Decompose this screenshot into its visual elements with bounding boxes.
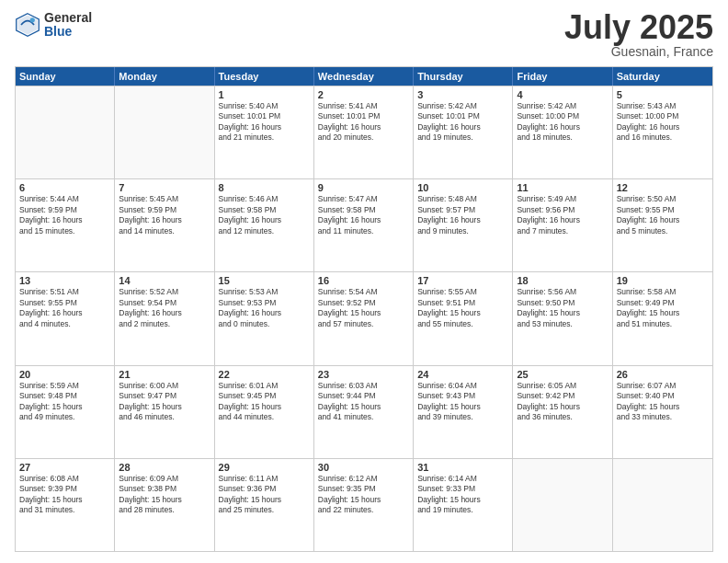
- header-day-saturday: Saturday: [613, 67, 712, 86]
- day-info: Sunrise: 6:01 AMSunset: 9:45 PMDaylight:…: [219, 381, 310, 423]
- day-number: 9: [318, 182, 409, 193]
- title-block: July 2025 Guesnain, France: [564, 11, 713, 59]
- header-day-wednesday: Wednesday: [314, 67, 414, 86]
- header: General Blue July 2025 Guesnain, France: [15, 11, 713, 59]
- calendar-day-empty: [613, 459, 712, 551]
- header-day-sunday: Sunday: [16, 67, 115, 86]
- day-number: 8: [219, 182, 310, 193]
- day-number: 23: [318, 369, 409, 380]
- calendar: SundayMondayTuesdayWednesdayThursdayFrid…: [15, 66, 713, 552]
- day-info: Sunrise: 6:11 AMSunset: 9:36 PMDaylight:…: [219, 474, 310, 516]
- svg-point-2: [30, 18, 35, 23]
- calendar-day-5: 5Sunrise: 5:43 AMSunset: 10:00 PMDayligh…: [613, 86, 712, 178]
- calendar-row-3: 13Sunrise: 5:51 AMSunset: 9:55 PMDayligh…: [16, 271, 712, 364]
- calendar-day-27: 27Sunrise: 6:08 AMSunset: 9:39 PMDayligh…: [16, 459, 115, 551]
- logo-blue-text: Blue: [44, 25, 92, 39]
- calendar-day-7: 7Sunrise: 5:45 AMSunset: 9:59 PMDaylight…: [115, 179, 214, 271]
- calendar-day-12: 12Sunrise: 5:50 AMSunset: 9:55 PMDayligh…: [613, 179, 712, 271]
- day-number: 4: [517, 89, 608, 100]
- calendar-day-empty: [115, 86, 214, 178]
- day-number: 16: [318, 275, 409, 286]
- calendar-day-11: 11Sunrise: 5:49 AMSunset: 9:56 PMDayligh…: [513, 179, 612, 271]
- day-info: Sunrise: 5:48 AMSunset: 9:57 PMDaylight:…: [417, 194, 508, 236]
- day-number: 1: [219, 89, 310, 100]
- day-info: Sunrise: 5:50 AMSunset: 9:55 PMDaylight:…: [617, 194, 709, 236]
- day-number: 28: [119, 462, 210, 473]
- day-info: Sunrise: 6:09 AMSunset: 9:38 PMDaylight:…: [119, 474, 210, 516]
- day-info: Sunrise: 5:41 AMSunset: 10:01 PMDaylight…: [318, 101, 409, 144]
- calendar-day-2: 2Sunrise: 5:41 AMSunset: 10:01 PMDayligh…: [314, 86, 414, 178]
- day-number: 5: [617, 89, 709, 100]
- day-number: 27: [19, 462, 110, 473]
- title-month: July 2025: [564, 11, 713, 44]
- day-info: Sunrise: 6:07 AMSunset: 9:40 PMDaylight:…: [617, 381, 709, 423]
- day-info: Sunrise: 5:45 AMSunset: 9:59 PMDaylight:…: [119, 194, 210, 236]
- calendar-header: SundayMondayTuesdayWednesdayThursdayFrid…: [16, 67, 712, 86]
- day-info: Sunrise: 5:58 AMSunset: 9:49 PMDaylight:…: [617, 287, 709, 329]
- calendar-day-25: 25Sunrise: 6:05 AMSunset: 9:42 PMDayligh…: [513, 366, 612, 458]
- day-info: Sunrise: 5:53 AMSunset: 9:53 PMDaylight:…: [219, 287, 310, 329]
- calendar-day-20: 20Sunrise: 5:59 AMSunset: 9:48 PMDayligh…: [16, 366, 115, 458]
- calendar-day-21: 21Sunrise: 6:00 AMSunset: 9:47 PMDayligh…: [115, 366, 214, 458]
- day-number: 13: [19, 275, 110, 286]
- calendar-row-5: 27Sunrise: 6:08 AMSunset: 9:39 PMDayligh…: [16, 458, 712, 551]
- day-number: 31: [417, 462, 508, 473]
- header-day-monday: Monday: [115, 67, 214, 86]
- day-info: Sunrise: 5:51 AMSunset: 9:55 PMDaylight:…: [19, 287, 110, 329]
- logo-general-text: General: [44, 11, 92, 25]
- calendar-day-17: 17Sunrise: 5:55 AMSunset: 9:51 PMDayligh…: [414, 272, 513, 364]
- day-info: Sunrise: 5:43 AMSunset: 10:00 PMDaylight…: [617, 101, 709, 144]
- calendar-day-31: 31Sunrise: 6:14 AMSunset: 9:33 PMDayligh…: [414, 459, 513, 551]
- day-number: 15: [219, 275, 310, 286]
- day-info: Sunrise: 5:49 AMSunset: 9:56 PMDaylight:…: [517, 194, 608, 236]
- calendar-day-19: 19Sunrise: 5:58 AMSunset: 9:49 PMDayligh…: [613, 272, 712, 364]
- calendar-day-13: 13Sunrise: 5:51 AMSunset: 9:55 PMDayligh…: [16, 272, 115, 364]
- day-info: Sunrise: 5:54 AMSunset: 9:52 PMDaylight:…: [318, 287, 409, 329]
- calendar-day-empty: [513, 459, 612, 551]
- calendar-day-1: 1Sunrise: 5:40 AMSunset: 10:01 PMDayligh…: [215, 86, 314, 178]
- header-day-thursday: Thursday: [414, 67, 513, 86]
- calendar-day-23: 23Sunrise: 6:03 AMSunset: 9:44 PMDayligh…: [314, 366, 414, 458]
- day-info: Sunrise: 6:00 AMSunset: 9:47 PMDaylight:…: [119, 381, 210, 423]
- day-number: 12: [617, 182, 709, 193]
- day-number: 19: [617, 275, 709, 286]
- day-info: Sunrise: 5:42 AMSunset: 10:01 PMDaylight…: [417, 101, 508, 144]
- day-info: Sunrise: 5:47 AMSunset: 9:58 PMDaylight:…: [318, 194, 409, 236]
- calendar-day-10: 10Sunrise: 5:48 AMSunset: 9:57 PMDayligh…: [414, 179, 513, 271]
- day-info: Sunrise: 5:46 AMSunset: 9:58 PMDaylight:…: [219, 194, 310, 236]
- day-number: 3: [417, 89, 508, 100]
- calendar-day-16: 16Sunrise: 5:54 AMSunset: 9:52 PMDayligh…: [314, 272, 414, 364]
- calendar-row-4: 20Sunrise: 5:59 AMSunset: 9:48 PMDayligh…: [16, 365, 712, 458]
- day-info: Sunrise: 6:14 AMSunset: 9:33 PMDaylight:…: [417, 474, 508, 516]
- day-number: 11: [517, 182, 608, 193]
- logo: General Blue: [15, 11, 92, 40]
- calendar-day-14: 14Sunrise: 5:52 AMSunset: 9:54 PMDayligh…: [115, 272, 214, 364]
- calendar-day-22: 22Sunrise: 6:01 AMSunset: 9:45 PMDayligh…: [215, 366, 314, 458]
- day-number: 17: [417, 275, 508, 286]
- day-info: Sunrise: 6:03 AMSunset: 9:44 PMDaylight:…: [318, 381, 409, 423]
- day-info: Sunrise: 5:55 AMSunset: 9:51 PMDaylight:…: [417, 287, 508, 329]
- day-info: Sunrise: 5:40 AMSunset: 10:01 PMDaylight…: [219, 101, 310, 144]
- calendar-day-29: 29Sunrise: 6:11 AMSunset: 9:36 PMDayligh…: [215, 459, 314, 551]
- day-number: 14: [119, 275, 210, 286]
- day-number: 10: [417, 182, 508, 193]
- day-number: 24: [417, 369, 508, 380]
- title-location: Guesnain, France: [564, 44, 713, 59]
- day-info: Sunrise: 5:44 AMSunset: 9:59 PMDaylight:…: [19, 194, 110, 236]
- logo-text: General Blue: [44, 11, 92, 40]
- calendar-row-1: 1Sunrise: 5:40 AMSunset: 10:01 PMDayligh…: [16, 86, 712, 178]
- calendar-body: 1Sunrise: 5:40 AMSunset: 10:01 PMDayligh…: [16, 86, 712, 551]
- calendar-row-2: 6Sunrise: 5:44 AMSunset: 9:59 PMDaylight…: [16, 178, 712, 271]
- day-info: Sunrise: 6:04 AMSunset: 9:43 PMDaylight:…: [417, 381, 508, 423]
- calendar-day-9: 9Sunrise: 5:47 AMSunset: 9:58 PMDaylight…: [314, 179, 414, 271]
- day-number: 20: [19, 369, 110, 380]
- day-number: 18: [517, 275, 608, 286]
- calendar-day-26: 26Sunrise: 6:07 AMSunset: 9:40 PMDayligh…: [613, 366, 712, 458]
- day-info: Sunrise: 5:52 AMSunset: 9:54 PMDaylight:…: [119, 287, 210, 329]
- day-info: Sunrise: 6:05 AMSunset: 9:42 PMDaylight:…: [517, 381, 608, 423]
- calendar-day-empty: [16, 86, 115, 178]
- logo-icon: [15, 12, 40, 38]
- calendar-day-24: 24Sunrise: 6:04 AMSunset: 9:43 PMDayligh…: [414, 366, 513, 458]
- day-info: Sunrise: 6:12 AMSunset: 9:35 PMDaylight:…: [318, 474, 409, 516]
- calendar-day-6: 6Sunrise: 5:44 AMSunset: 9:59 PMDaylight…: [16, 179, 115, 271]
